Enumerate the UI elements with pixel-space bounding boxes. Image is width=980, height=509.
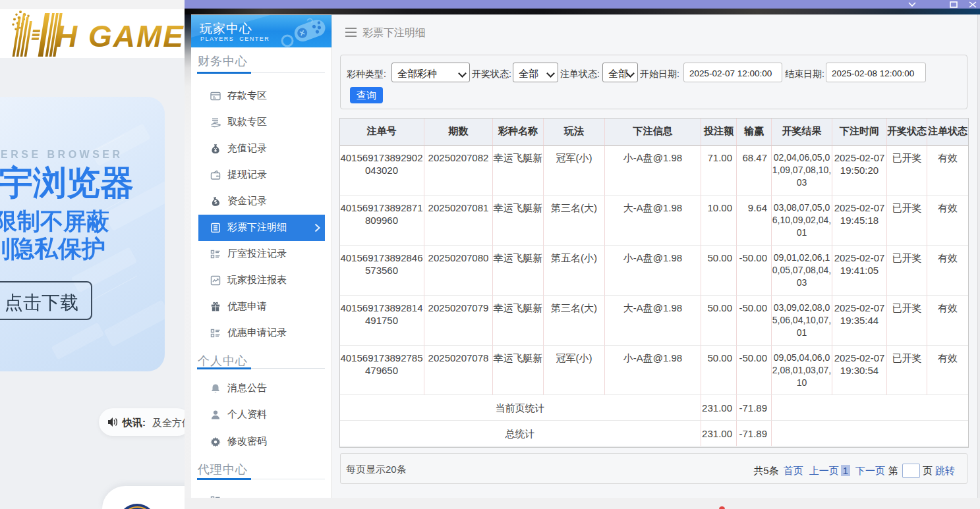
- svg-text:H GAME: H GAME: [55, 19, 185, 53]
